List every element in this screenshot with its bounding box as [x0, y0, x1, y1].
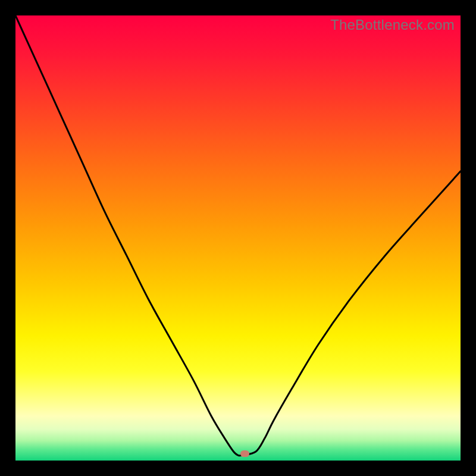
chart-frame: TheBottleneck.com	[0, 0, 476, 476]
svg-rect-0	[15, 15, 461, 461]
gradient-background	[15, 15, 461, 461]
plot-area: TheBottleneck.com	[15, 15, 461, 461]
